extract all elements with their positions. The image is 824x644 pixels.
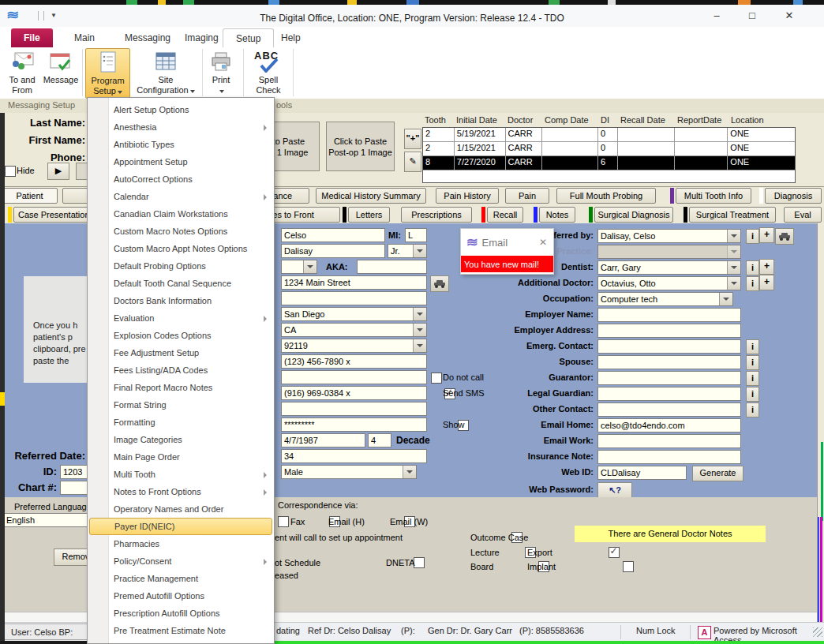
email-home-field[interactable]: celso@tdo4endo.com (597, 418, 741, 432)
menu-item[interactable]: Appointment Setup (88, 153, 274, 170)
dropdown-button[interactable] (413, 245, 426, 257)
menu-item[interactable]: Explosion Codes Options (88, 327, 274, 344)
table-row[interactable]: 8 7/27/2020 CARR 6 ONE (423, 156, 795, 170)
tab-multi-tooth-info[interactable]: Multi Tooth Info (676, 188, 751, 204)
city-dropdown[interactable]: San Diego (281, 307, 427, 321)
other-contact-field[interactable] (597, 402, 741, 417)
state-dropdown[interactable]: CA (281, 323, 427, 337)
email-work-field[interactable] (597, 434, 741, 448)
dropdown-button[interactable] (303, 260, 316, 273)
tab-surgical-diagnosis[interactable]: Surgical Diagnosis (594, 207, 673, 223)
table-row[interactable]: 2 1/15/2021 CARR 0 ONE (423, 142, 795, 156)
tab-medical-history-summary[interactable]: Medical History Summary (316, 188, 426, 204)
menu-item[interactable]: Fee Adjustment Setup (88, 344, 274, 361)
paste-postop-button[interactable]: Click to Paste Post-op 1 Image (326, 122, 395, 171)
zip-dropdown[interactable]: 92119 (281, 339, 427, 353)
legal-guardian-info-button[interactable]: i (746, 387, 759, 402)
program-setup-button[interactable]: Program Setup (85, 48, 130, 99)
referred-by-car-button[interactable] (775, 228, 794, 245)
menu-item[interactable]: Premed Autofill Options (88, 587, 274, 605)
dropdown-button[interactable] (727, 230, 740, 242)
menu-item[interactable]: Policy/Consent (88, 552, 274, 570)
legal-guardian-field[interactable] (597, 387, 741, 401)
other-contact-info-button[interactable]: i (746, 402, 759, 417)
web-id-field[interactable]: CLDalisay (597, 466, 687, 480)
tab-prescriptions[interactable]: Prescriptions (401, 207, 472, 223)
dentist-dropdown[interactable]: Carr, Gary (597, 260, 741, 275)
tab-full-mouth-probing[interactable]: Full Mouth Probing (556, 188, 656, 204)
employer-address-field[interactable] (597, 324, 741, 338)
guarantor-info-button[interactable]: i (746, 371, 759, 386)
menu-item[interactable]: Pre Treatment Estimate Note (88, 622, 274, 639)
decade-field[interactable]: 4 (368, 433, 391, 447)
tab-surgical-treatment[interactable]: Surgical Treatment (689, 207, 776, 223)
fax-checkbox[interactable] (278, 516, 289, 527)
tab-file[interactable]: File (11, 28, 53, 47)
export-checkbox[interactable] (609, 547, 620, 558)
menu-item[interactable]: Alert Setup Options (88, 101, 274, 118)
last-name-field[interactable]: Dalisay (281, 244, 385, 258)
maximize-button[interactable]: □ (740, 7, 764, 24)
tab-setup[interactable]: Setup (223, 28, 274, 48)
tab-eval[interactable]: Eval (784, 207, 822, 223)
referred-by-add-button[interactable]: + (759, 227, 774, 243)
occupation-dropdown[interactable]: Computer tech (597, 292, 733, 306)
to-and-from-button[interactable]: To and From (3, 48, 41, 97)
tab-recall[interactable]: Recall (487, 207, 523, 223)
schedule-option-4[interactable]: eased (275, 571, 298, 580)
insurance-note-field[interactable] (597, 450, 741, 464)
doctor-notes-banner[interactable]: There are General Doctor Notes (575, 526, 766, 542)
site-configuration-button[interactable]: Site Configuration (132, 48, 200, 97)
map-car-button[interactable] (430, 275, 449, 292)
spouse-info-button[interactable]: i (746, 355, 759, 370)
tab-letters[interactable]: Letters (348, 207, 390, 223)
emerg-contact-info-button[interactable]: i (746, 339, 759, 354)
implant-checkbox[interactable] (623, 561, 634, 572)
dropdown-button[interactable] (413, 308, 426, 320)
message-button[interactable]: Message (43, 48, 79, 97)
phone3-field[interactable]: (916) 969-0384 x (281, 386, 427, 400)
ssn-field[interactable]: ********* (281, 417, 427, 432)
tooth-notes-button[interactable]: ✎ (404, 152, 421, 172)
print-button[interactable]: Print (204, 48, 238, 97)
mi-field[interactable]: L (405, 228, 427, 242)
new-mail-banner[interactable]: You have new mail! (461, 256, 553, 272)
phone1-field[interactable]: (123) 456-7890 x (281, 354, 427, 369)
menu-item[interactable]: Pharmacies (88, 535, 274, 552)
phone4-field[interactable] (281, 402, 427, 416)
dropdown-button[interactable] (413, 324, 426, 336)
menu-item[interactable]: Calendar (88, 188, 274, 205)
menu-item[interactable]: Antibiotic Types (88, 136, 274, 153)
do-not-call-checkbox[interactable] (431, 373, 442, 384)
menu-item[interactable]: Default Probing Options (88, 257, 274, 275)
menu-item[interactable]: Anesthesia (88, 118, 274, 136)
first-name-field[interactable]: Celso (281, 228, 385, 242)
generate-button[interactable]: Generate (692, 466, 743, 481)
dropdown-button[interactable] (727, 261, 740, 274)
next-record-button[interactable]: ▶ (47, 163, 69, 180)
menu-item[interactable]: Final Report Macro Notes (88, 379, 274, 396)
menu-item[interactable]: Doctors Bank Information (88, 292, 274, 309)
tab-patient[interactable]: Patient (2, 188, 58, 204)
tab-pain-history[interactable]: Pain History (436, 188, 499, 204)
close-button[interactable]: ✕ (777, 7, 801, 24)
menu-item[interactable]: Evaluation (88, 309, 274, 327)
dneta-checkbox[interactable] (414, 557, 425, 568)
menu-item[interactable]: Format String (88, 396, 274, 414)
dropdown-button[interactable] (719, 293, 732, 305)
gender-dropdown[interactable]: Male (281, 465, 417, 479)
tab-pain[interactable]: Pain (505, 188, 549, 204)
spell-check-button[interactable]: ABC Spell Check (248, 48, 289, 97)
add-tooth-button[interactable]: "+" (404, 129, 421, 149)
additional-doctor-info-button[interactable]: i (746, 276, 759, 291)
spouse-field[interactable] (597, 355, 741, 369)
menu-item[interactable]: Prescription Autofill Options (88, 605, 274, 622)
menu-item[interactable]: Fees Listing/ADA Codes (88, 361, 274, 379)
menu-item[interactable]: Notes to Front Options (88, 483, 274, 500)
popup-close-icon[interactable]: ✕ (539, 237, 547, 248)
hide-checkbox[interactable] (5, 166, 16, 177)
referred-by-info-button[interactable]: i (746, 229, 759, 244)
guarantor-field[interactable] (597, 371, 741, 385)
tab-main[interactable]: Main (62, 28, 107, 47)
dentist-info-button[interactable]: i (746, 260, 759, 275)
